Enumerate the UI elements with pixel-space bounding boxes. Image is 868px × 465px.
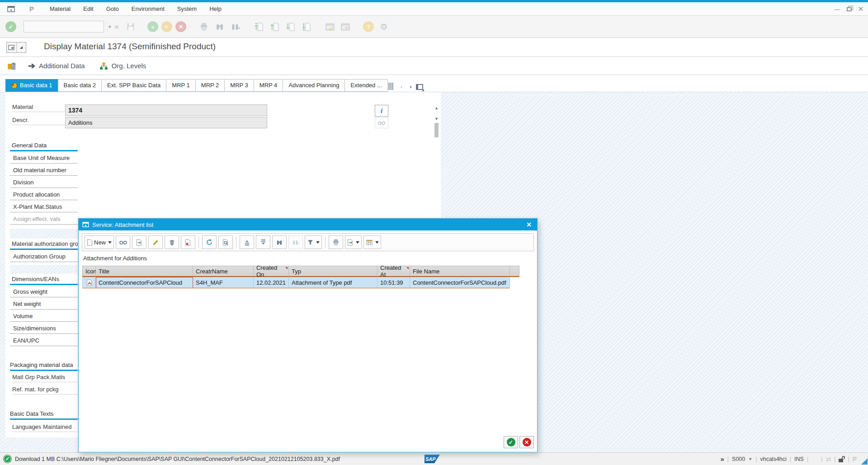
- options-dropdown-icon[interactable]: [16, 42, 26, 52]
- tab-basic-data-2[interactable]: Basic data 2: [58, 79, 102, 92]
- title-row: Display Material 1374 (Semifinished Prod…: [0, 38, 868, 57]
- last-page-icon[interactable]: [301, 21, 312, 33]
- sort-indicator-icon: [285, 267, 288, 269]
- copy-button[interactable]: [132, 235, 146, 249]
- customize-layout-icon[interactable]: ⚙: [378, 21, 390, 33]
- scrollbar-thumb[interactable]: [434, 123, 439, 137]
- help-icon[interactable]: ?: [363, 21, 374, 32]
- refresh-button[interactable]: [202, 235, 217, 249]
- scroll-down-icon[interactable]: ▼: [433, 117, 440, 121]
- tab-basic-data-1[interactable]: Basic data 1: [5, 79, 58, 92]
- first-page-icon[interactable]: [253, 21, 265, 33]
- menu-edit[interactable]: Edit: [77, 5, 99, 12]
- col-icon[interactable]: Icon: [82, 266, 96, 277]
- collapse-toolbar-icon[interactable]: «: [110, 21, 122, 33]
- tab-scroll-left-icon[interactable]: ‹: [401, 83, 402, 90]
- find-button[interactable]: [272, 235, 287, 249]
- cell-creatrname[interactable]: S4H_MAF: [193, 277, 254, 288]
- additional-data-button[interactable]: Additional Data: [39, 62, 85, 70]
- insert-mode[interactable]: INS: [794, 456, 804, 462]
- cancel-button[interactable]: ✕: [519, 436, 534, 448]
- tab-mrp-4[interactable]: MRP 4: [254, 79, 283, 92]
- document-versions-button[interactable]: [181, 235, 195, 249]
- additional-data-arrow-icon: ➔: [28, 61, 35, 71]
- confirm-button[interactable]: ✓: [504, 436, 518, 448]
- command-field[interactable]: ▼: [24, 21, 104, 33]
- chevron-down-icon[interactable]: ▼: [748, 457, 752, 461]
- dialog-close-icon[interactable]: ✕: [524, 221, 533, 228]
- info-button[interactable]: i: [375, 105, 388, 117]
- scroll-up-icon[interactable]: ▲: [433, 106, 440, 110]
- cell-created-on[interactable]: 12.02.2021: [254, 277, 289, 288]
- print-icon[interactable]: [198, 21, 210, 33]
- pdf-icon[interactable]: [82, 277, 96, 288]
- col-title[interactable]: Title: [96, 266, 193, 277]
- delete-button[interactable]: [165, 235, 179, 249]
- dialog-title-bar[interactable]: Service: Attachment list ✕: [79, 219, 537, 230]
- exit-icon[interactable]: «: [161, 21, 172, 32]
- tab-mrp-2[interactable]: MRP 2: [195, 79, 225, 92]
- tab-extended[interactable]: Extended ...: [344, 79, 387, 92]
- print-button[interactable]: [329, 235, 343, 249]
- descr-field[interactable]: Additions: [65, 117, 267, 128]
- cell-file-name[interactable]: ContentConnectorForSAPCloud.pdf: [410, 277, 510, 288]
- col-file-name[interactable]: File Name: [410, 266, 510, 277]
- display-glasses-button[interactable]: [375, 117, 388, 128]
- system-menu-icon[interactable]: [5, 6, 16, 12]
- tab-ext-spp-basic-data[interactable]: Ext. SPP Basic Data: [101, 79, 166, 92]
- new-button[interactable]: New: [85, 235, 114, 249]
- export-button[interactable]: [345, 235, 362, 249]
- find-next-button[interactable]: [288, 235, 303, 249]
- tab-mrp-1[interactable]: MRP 1: [166, 79, 196, 92]
- tab-mrp-3[interactable]: MRP 3: [224, 79, 254, 92]
- col-created-on[interactable]: Created On: [254, 266, 289, 277]
- edit-button[interactable]: [148, 235, 163, 249]
- menu-material[interactable]: Material: [43, 5, 77, 12]
- save-icon[interactable]: [125, 21, 137, 33]
- back-icon[interactable]: «: [147, 21, 158, 32]
- col-created-at[interactable]: Created At: [377, 266, 410, 277]
- create-shortcut-icon[interactable]: [340, 21, 351, 33]
- gui-options-button[interactable]: [6, 42, 26, 53]
- cell-created-at[interactable]: 10:51:39: [377, 277, 410, 288]
- cell-title[interactable]: ContentConnectorForSAPCloud: [96, 277, 193, 288]
- resize-grip[interactable]: [861, 458, 868, 465]
- menu-goto[interactable]: Goto: [100, 5, 125, 12]
- find-next-icon[interactable]: [230, 21, 241, 33]
- display-button[interactable]: [116, 235, 130, 249]
- new-session-icon[interactable]: [324, 21, 336, 33]
- menu-system[interactable]: System: [171, 5, 203, 12]
- col-creatrname[interactable]: CreatrName: [193, 266, 254, 277]
- table-row[interactable]: ContentConnectorForSAPCloud S4H_MAF 12.0…: [82, 277, 519, 288]
- tab-advanced-planning[interactable]: Advanced Planning: [283, 79, 345, 92]
- menu-help[interactable]: Help: [203, 5, 228, 12]
- material-field[interactable]: 1374: [65, 104, 267, 116]
- unlocked-icon[interactable]: [839, 456, 844, 462]
- restore-icon[interactable]: [845, 5, 853, 13]
- org-levels-button[interactable]: Org. Levels: [112, 62, 146, 70]
- system-id[interactable]: S000: [732, 456, 745, 462]
- tab-scroll-right-icon[interactable]: ›: [410, 83, 411, 90]
- more-messages-icon[interactable]: »: [720, 455, 724, 463]
- find-icon[interactable]: [214, 21, 226, 33]
- menu-environment[interactable]: Environment: [125, 5, 171, 12]
- data-transfer-icon: ⇄: [826, 456, 831, 463]
- sort-ascending-button[interactable]: [240, 235, 254, 249]
- field-volume: Volume: [10, 310, 78, 322]
- cancel-icon[interactable]: ✕: [175, 21, 186, 32]
- tab-overview-icon[interactable]: [416, 84, 423, 90]
- table-settings-button[interactable]: [363, 235, 381, 249]
- command-input[interactable]: [24, 22, 107, 32]
- cell-typ[interactable]: Attachment of Type pdf: [289, 277, 377, 288]
- col-typ[interactable]: Typ: [289, 266, 377, 277]
- enter-button[interactable]: ✓: [5, 21, 16, 32]
- filter-button[interactable]: [305, 235, 322, 249]
- sort-descending-button[interactable]: [256, 235, 270, 249]
- minimize-icon[interactable]: —: [834, 5, 841, 13]
- previous-page-icon[interactable]: [269, 21, 281, 33]
- next-page-icon[interactable]: [285, 21, 297, 33]
- descr-label: Descr.: [12, 117, 29, 123]
- material-check-icon[interactable]: [7, 61, 17, 70]
- preview-button[interactable]: [218, 235, 233, 249]
- close-icon[interactable]: ✕: [857, 5, 864, 13]
